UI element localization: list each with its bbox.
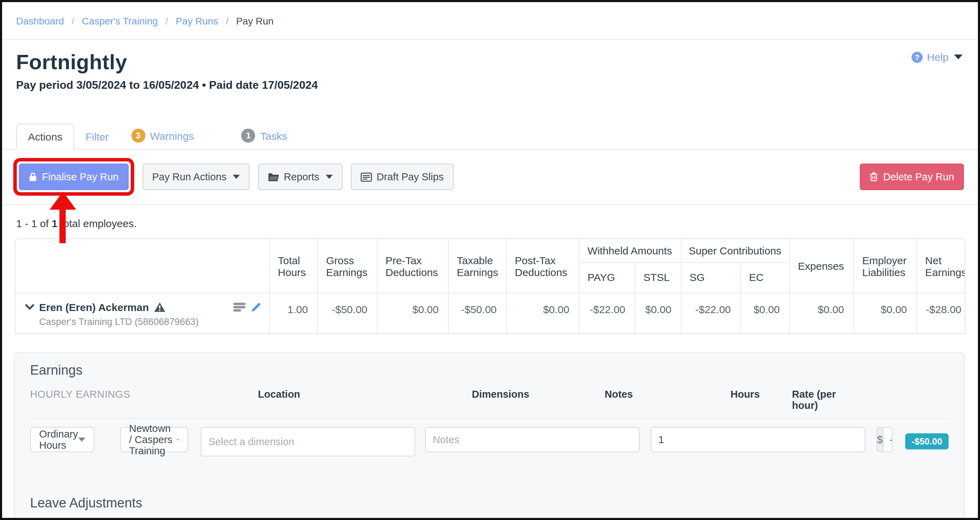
employee-detail-card: Earnings HOURLY EARNINGS Location Dimens… (14, 352, 965, 520)
chevron-down-icon[interactable] (25, 304, 34, 310)
draft-pay-slips-label: Draft Pay Slips (377, 171, 444, 183)
finalise-pay-run-label: Finalise Pay Run (42, 171, 118, 183)
breadcrumb-pay-runs[interactable]: Pay Runs (176, 15, 218, 27)
cell-stsl: $0.00 (635, 293, 681, 333)
pay-run-table: Total Hours Gross Earnings Pre-Tax Deduc… (15, 239, 965, 334)
tab-actions-label: Actions (28, 131, 62, 143)
employee-row: Eren (Eren) Ackerman Casper's Training L… (15, 293, 965, 333)
summary-prefix: 1 - 1 of (16, 217, 52, 229)
annotation-highlight-box: Finalise Pay Run (13, 158, 134, 196)
toolbar: Finalise Pay Run Pay Run Actions Reports… (2, 158, 978, 196)
pay-period-subtitle: Pay period 3/05/2024 to 16/05/2024 • Pai… (16, 79, 964, 92)
reports-button[interactable]: Reports (258, 164, 342, 190)
col-gross-earnings: Gross Earnings (317, 239, 377, 293)
divider (2, 204, 978, 205)
delete-pay-run-label: Delete Pay Run (883, 171, 954, 183)
chevron-down-icon (326, 175, 333, 179)
earnings-column-labels: HOURLY EARNINGS Location Dimensions Note… (30, 388, 948, 418)
col-taxable-earnings: Taxable Earnings (448, 239, 506, 293)
chevron-down-icon (954, 54, 963, 59)
employee-company: Casper's Training LTD (58606879663) (39, 316, 260, 327)
tab-filter[interactable]: Filter (74, 124, 120, 149)
payrun-page: Dashboard / Casper's Training / Pay Runs… (0, 0, 980, 520)
cell-taxable-earnings: -$50.00 (448, 293, 506, 333)
earning-type-select[interactable]: Ordinary Hours (30, 427, 94, 452)
summary-suffix: total employees. (57, 217, 137, 229)
hours-label: Hours (730, 388, 781, 399)
tab-filter-label: Filter (85, 131, 109, 143)
draft-pay-slips-button[interactable]: Draft Pay Slips (351, 164, 453, 190)
earning-type-value: Ordinary Hours (39, 428, 78, 450)
reports-label: Reports (284, 171, 320, 183)
cell-net-earnings: -$28.00 (916, 293, 965, 333)
lock-icon (29, 172, 37, 182)
col-ec: EC (740, 262, 789, 293)
tab-actions[interactable]: Actions (16, 124, 74, 149)
pay-run-actions-button[interactable]: Pay Run Actions (142, 164, 250, 190)
cell-expenses: $0.00 (789, 293, 853, 333)
pay-slip-detail-icon[interactable] (233, 303, 245, 312)
cell-pre-tax-deductions: $0.00 (377, 293, 448, 333)
employee-count-summary: 1 - 1 of 1 total employees. (2, 217, 978, 229)
help-label: Help (927, 51, 948, 63)
rate-input-group: $ (876, 427, 892, 452)
breadcrumb-current: Pay Run (236, 15, 273, 27)
warning-icon (154, 302, 165, 312)
location-label: Location (258, 388, 459, 399)
col-sg: SG (681, 262, 740, 293)
earnings-section-title: Earnings (30, 363, 948, 378)
cell-ec: $0.00 (740, 293, 789, 333)
col-post-tax-deductions: Post-Tax Deductions (506, 239, 579, 293)
chevron-down-icon (233, 175, 240, 179)
col-stsl: STSL (635, 262, 681, 293)
breadcrumb-dashboard[interactable]: Dashboard (16, 15, 64, 27)
employee-column-header (15, 239, 269, 293)
notes-label: Notes (605, 388, 719, 399)
location-select[interactable]: Newtown / Caspers Training (120, 427, 188, 452)
caret-down-icon (78, 437, 85, 441)
col-total-hours: Total Hours (269, 239, 317, 293)
breadcrumb-business[interactable]: Casper's Training (82, 15, 158, 27)
employee-name[interactable]: Eren (Eren) Ackerman (39, 301, 149, 313)
delete-pay-run-button[interactable]: Delete Pay Run (860, 164, 964, 190)
breadcrumb-separator: / (72, 15, 75, 27)
cell-employer-liabilities: $0.00 (853, 293, 916, 333)
notes-input[interactable] (425, 427, 640, 452)
cell-payg: -$22.00 (579, 293, 635, 333)
edit-pencil-icon[interactable] (251, 302, 260, 312)
dimensions-input[interactable] (201, 427, 415, 456)
rate-total-badge: -$50.00 (905, 433, 948, 449)
tab-warnings-label: Warnings (150, 130, 194, 142)
leave-adjustments-section-title: Leave Adjustments (30, 495, 948, 510)
tab-tasks-label: Tasks (260, 130, 287, 142)
help-icon: ? (912, 51, 923, 62)
tab-tasks[interactable]: 1 Tasks (230, 122, 299, 149)
currency-symbol: $ (877, 428, 883, 451)
tab-warnings[interactable]: 3 Warnings (120, 122, 205, 149)
col-net-earnings: Net Earnings (916, 239, 965, 293)
chevron-down-icon (176, 436, 179, 442)
breadcrumb-separator: / (165, 15, 168, 27)
pay-run-actions-label: Pay Run Actions (152, 171, 226, 183)
dimensions-label: Dimensions (472, 388, 595, 399)
warnings-count-badge: 3 (131, 129, 145, 143)
col-pre-tax-deductions: Pre-Tax Deductions (377, 239, 448, 293)
tasks-count-badge: 1 (242, 129, 256, 143)
tab-bar: Actions Filter 3 Warnings 1 Tasks (2, 122, 978, 149)
cell-post-tax-deductions: $0.00 (506, 293, 579, 333)
pay-slip-icon (361, 172, 372, 181)
rate-input[interactable] (883, 428, 892, 451)
location-value: Newtown / Caspers Training (129, 423, 176, 456)
cell-gross-earnings: -$50.00 (317, 293, 377, 333)
folder-icon (268, 172, 279, 181)
hours-input[interactable] (651, 427, 865, 452)
breadcrumb: Dashboard / Casper's Training / Pay Runs… (2, 2, 978, 40)
finalise-pay-run-button[interactable]: Finalise Pay Run (19, 164, 128, 190)
group-withheld-amounts: Withheld Amounts (579, 239, 681, 262)
page-title: Fortnightly (16, 50, 964, 73)
cell-total-hours: 1.00 (269, 293, 317, 333)
group-super-contributions: Super Contributions (681, 239, 789, 262)
summary-count: 1 (52, 217, 58, 229)
hourly-earnings-label: HOURLY EARNINGS (30, 388, 232, 399)
help-menu[interactable]: ? Help (912, 51, 963, 63)
